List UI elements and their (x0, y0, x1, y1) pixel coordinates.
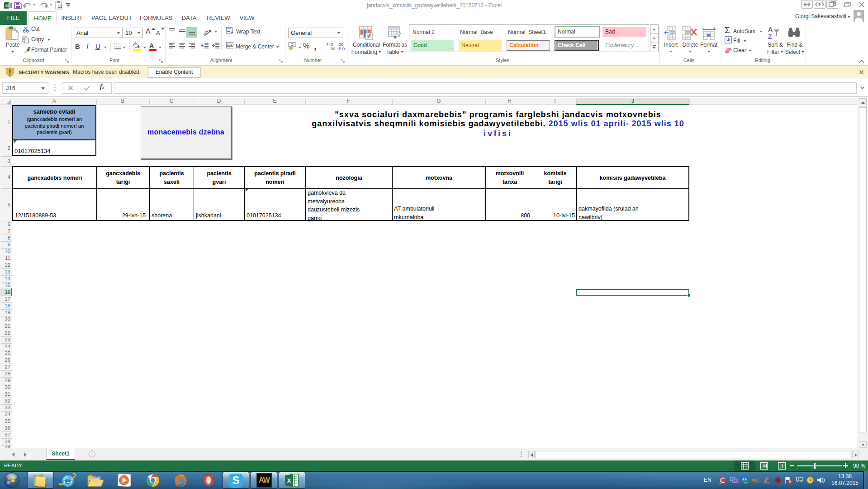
svg-text:A: A (768, 26, 773, 33)
svg-text:Z: Z (768, 33, 772, 40)
svg-text:X: X (5, 4, 8, 8)
svg-text:X: X (287, 477, 291, 484)
